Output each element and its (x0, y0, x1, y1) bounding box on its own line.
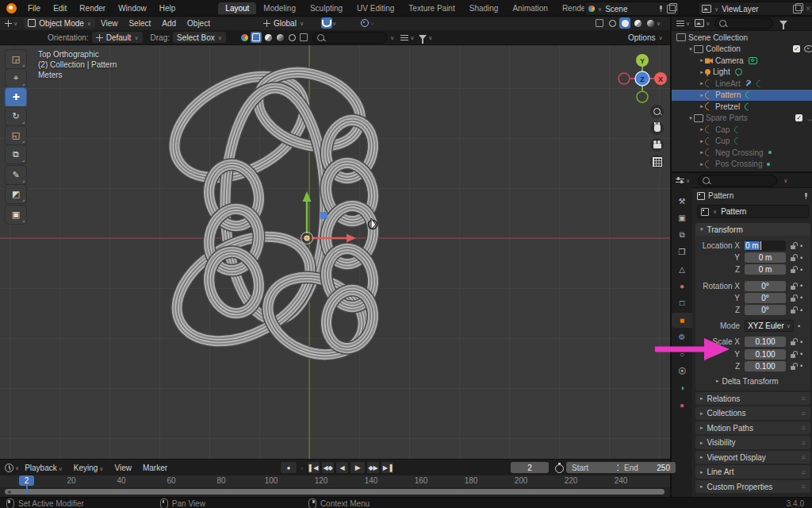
copy-icon[interactable] (667, 5, 676, 13)
drag-setting-dropdown[interactable]: Select Box ∨ (173, 32, 226, 43)
outliner-row-pretzel[interactable]: ▸Pretzel (672, 101, 812, 112)
viewport-menu-add[interactable]: Add (156, 19, 182, 28)
properties-tab-view-layer[interactable]: ❐ (672, 244, 692, 260)
animate-dot-icon[interactable]: • (800, 350, 802, 358)
outliner-row-light[interactable]: ▸Light (672, 67, 812, 78)
outliner-row-pattern[interactable]: ▸Pattern (672, 90, 812, 101)
orientation-setting-dropdown[interactable]: Default ∨ (92, 32, 143, 43)
tool-cursor[interactable]: ⌖ (5, 68, 27, 88)
chevron-down-icon[interactable]: ∨ (783, 178, 787, 183)
delta-transform-panel[interactable]: ▸ Delta Transform (716, 377, 807, 386)
properties-tab-collection[interactable]: □ (672, 295, 692, 310)
outliner-row-cap[interactable]: ▸Cap (672, 124, 812, 135)
animate-dot-icon[interactable]: • (800, 266, 802, 274)
next-keyframe-button[interactable]: ◆▶ (366, 461, 380, 474)
transform-value-field[interactable]: 0 m (745, 264, 786, 275)
timeline-menu-playback[interactable]: Playback ∨ (19, 464, 68, 472)
lock-icon[interactable] (790, 294, 796, 302)
chevron-down-icon[interactable]: ∨ (657, 21, 661, 26)
panel-viewport-display[interactable]: ▸Viewport Display≡ (695, 451, 810, 464)
workspace-tab-modeling[interactable]: Modeling (256, 2, 303, 14)
workspace-tab-animation[interactable]: Animation (505, 2, 554, 14)
tool-scale[interactable]: ◱ (5, 125, 27, 145)
menu-render[interactable]: Render (73, 4, 112, 13)
outliner-editor-button[interactable]: ∨ (676, 20, 690, 27)
timeline-editor-button[interactable]: ∨ (5, 464, 19, 472)
frame-end-field[interactable]: End 250 (619, 462, 676, 473)
chevron-down-icon[interactable]: ∨ (332, 21, 336, 26)
properties-tab-tool[interactable]: ⚒ (672, 194, 692, 209)
panel-visibility[interactable]: ▸Visibility≡ (695, 436, 810, 449)
outliner-row-scene-collection[interactable]: Scene Collection (672, 32, 812, 43)
lock-icon[interactable] (790, 306, 796, 314)
animate-dot-icon[interactable]: • (800, 254, 802, 262)
tool-annotate[interactable]: ✎ (5, 165, 27, 185)
scene-selector[interactable]: ∨ Scene (584, 2, 680, 16)
record-button[interactable]: ● (280, 461, 297, 474)
camera-view-button[interactable] (650, 138, 664, 152)
tool-select-box[interactable]: ◲ (5, 49, 27, 69)
panel-relations[interactable]: ▸Relations≡ (695, 392, 810, 406)
properties-tab-object[interactable]: ■ (672, 313, 692, 328)
animate-dot-icon[interactable]: • (800, 362, 802, 370)
play-button[interactable]: ▶ (350, 461, 366, 474)
rotation-mode-dropdown[interactable]: XYZ Euler∨ (745, 320, 794, 332)
jump-to-end-button[interactable]: ▶▐ (381, 461, 394, 474)
display-toggle-icon[interactable] (286, 32, 297, 43)
tool-move[interactable]: ✚ (5, 87, 27, 107)
animate-dot-icon[interactable]: • (800, 306, 802, 314)
lock-icon[interactable] (790, 283, 796, 290)
transform-value-field[interactable]: 0° (745, 305, 786, 315)
object-name-field[interactable]: ∨ Pattern (697, 205, 809, 218)
outliner-row-camera[interactable]: ▸Camera (672, 55, 812, 66)
copy-icon[interactable] (793, 5, 802, 13)
transform-value-field[interactable]: 0.100 (745, 349, 786, 360)
outliner-row-spare-parts[interactable]: ▾Spare Parts✓ (672, 113, 812, 124)
expander-icon[interactable]: ▸ (699, 57, 705, 64)
transform-value-field[interactable]: 0.100 (745, 337, 786, 347)
lock-icon[interactable] (790, 351, 796, 358)
outliner-filter-icon[interactable] (779, 21, 787, 25)
outliner-row-pos-crossing[interactable]: ▸Pos Crossing (672, 159, 812, 170)
outliner-display-mode[interactable]: ∨ (695, 19, 710, 27)
properties-tab-world[interactable]: ● (672, 279, 692, 294)
filter-dropdown[interactable]: ∨ (419, 35, 432, 40)
proportional-editing-icon[interactable] (359, 17, 370, 29)
pin-icon[interactable] (802, 193, 809, 199)
timeline-ruler[interactable]: 2 20406080100120140160180200220240 (0, 475, 670, 487)
animate-dot-icon[interactable]: • (800, 282, 802, 290)
properties-tab-render[interactable]: ▣ (672, 210, 692, 225)
timeline-menu-view[interactable]: View (109, 464, 137, 472)
mode-dropdown[interactable]: Object Mode ∨ (24, 17, 95, 29)
display-toggle-icon[interactable] (298, 32, 309, 43)
shading-material-icon[interactable] (632, 17, 643, 29)
eye-open-icon[interactable] (804, 45, 812, 52)
pin-icon[interactable] (657, 6, 664, 12)
display-toggle-icon[interactable] (274, 32, 285, 43)
render-region-icon[interactable] (594, 17, 605, 29)
panel-custom-properties[interactable]: ▸Custom Properties≡ (695, 480, 810, 494)
properties-tab-scene[interactable]: △ (672, 262, 692, 277)
current-frame-field[interactable]: 2 (511, 462, 549, 473)
options-dropdown[interactable]: Options ∨ (628, 33, 663, 42)
tool-transform[interactable]: ⧉ (5, 144, 27, 164)
transform-value-field[interactable]: 0° (745, 281, 786, 291)
menu-file[interactable]: File (21, 4, 47, 13)
workspace-tab-texture-paint[interactable]: Texture Paint (401, 2, 462, 14)
snap-magnet-icon[interactable] (321, 17, 332, 29)
chevron-down-icon[interactable]: ∨ (370, 21, 374, 26)
viewlayer-selector[interactable]: ∨ ViewLayer ✕ (698, 2, 812, 16)
transform-value-field[interactable]: 0 m (745, 241, 786, 251)
pan-hand-button[interactable] (650, 121, 664, 135)
menu-edit[interactable]: Edit (47, 4, 73, 13)
header-search-input[interactable] (312, 32, 387, 44)
display-toggle-icon[interactable] (251, 32, 262, 43)
zoom-button[interactable] (650, 105, 664, 118)
viewport-menu-select[interactable]: Select (123, 19, 156, 28)
chevron-down-icon[interactable]: ∨ (390, 35, 394, 40)
expander-icon[interactable]: ▸ (699, 69, 705, 75)
outliner-row-cup[interactable]: ▸Cup (672, 136, 812, 147)
panel-collections[interactable]: ▸Collections≡ (695, 406, 810, 420)
properties-search-input[interactable] (698, 175, 777, 187)
menu-help[interactable]: Help (153, 4, 182, 13)
